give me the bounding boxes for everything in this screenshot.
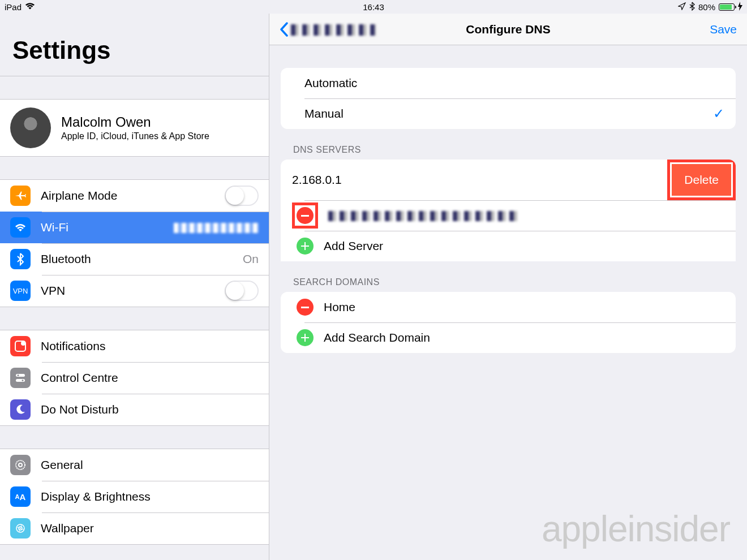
airplane-icon: [10, 186, 31, 206]
detail-pane: Configure DNS Save Automatic Manual ✓ DN…: [269, 14, 747, 560]
dns-row-2[interactable]: [281, 200, 736, 231]
battery-icon: [719, 3, 735, 11]
page-title: Configure DNS: [466, 23, 550, 36]
delete-button[interactable]: Delete: [672, 164, 731, 196]
avatar: [10, 107, 51, 148]
watermark: appleinsider: [542, 508, 730, 550]
add-search-domain-row[interactable]: Add Search Domain: [281, 322, 736, 353]
svg-rect-2: [16, 374, 25, 377]
gear-icon: [10, 455, 31, 475]
airplane-toggle[interactable]: [225, 186, 259, 206]
profile-name: Malcolm Owen: [61, 114, 209, 130]
automatic-label: Automatic: [304, 76, 357, 90]
add-server-row[interactable]: Add Server: [281, 231, 736, 261]
search-domain-row-1[interactable]: Home: [281, 292, 736, 322]
sidebar-item-wallpaper[interactable]: Wallpaper: [0, 512, 269, 544]
wifi-value: [174, 221, 259, 234]
control-centre-label: Control Centre: [41, 371, 118, 385]
check-icon: ✓: [713, 106, 724, 122]
control-centre-icon: [10, 368, 31, 388]
clock: 16:43: [363, 2, 384, 12]
status-bar: iPad 16:43 80%: [0, 0, 747, 14]
wallpaper-icon: [10, 518, 31, 539]
mode-automatic[interactable]: Automatic: [281, 68, 736, 98]
notifications-label: Notifications: [41, 339, 105, 353]
svg-point-1: [21, 341, 25, 346]
battery-percent: 80%: [698, 2, 715, 12]
add-search-domain-label: Add Search Domain: [324, 331, 430, 344]
moon-icon: [10, 399, 31, 420]
device-label: iPad: [5, 2, 22, 12]
delete-highlight: Delete: [667, 160, 736, 200]
profile-sub: Apple ID, iCloud, iTunes & App Store: [61, 131, 209, 141]
svg-point-7: [19, 463, 22, 467]
sidebar-item-notifications[interactable]: Notifications: [0, 330, 269, 362]
sidebar-item-vpn[interactable]: VPN VPN: [0, 275, 269, 307]
plus-icon: [297, 238, 314, 255]
profile-row[interactable]: Malcolm Owen Apple ID, iCloud, iTunes & …: [0, 100, 269, 156]
dns-ip-1: 2.168.0.1: [292, 173, 342, 187]
bluetooth-icon: [10, 249, 31, 269]
airplane-label: Airplane Mode: [41, 189, 117, 203]
dnd-label: Do Not Disturb: [41, 403, 119, 416]
back-label: [291, 23, 376, 36]
wifi-label: Wi-Fi: [41, 221, 68, 234]
vpn-label: VPN: [41, 284, 65, 298]
minus-icon[interactable]: [297, 207, 314, 224]
notifications-icon: [10, 336, 31, 356]
search-domain-1-label: Home: [324, 300, 355, 314]
wifi-icon: [25, 2, 35, 12]
navbar: Configure DNS Save: [269, 14, 747, 45]
bluetooth-icon: [689, 2, 695, 12]
dns-servers-header: DNS SERVERS: [269, 129, 747, 160]
wifi-icon: [10, 217, 31, 238]
charging-icon: [738, 2, 742, 12]
svg-point-3: [18, 374, 19, 376]
vpn-toggle[interactable]: [225, 281, 259, 301]
chevron-left-icon: [280, 22, 289, 37]
profile-group: Malcolm Owen Apple ID, iCloud, iTunes & …: [0, 99, 269, 157]
dns-ip-2: [328, 209, 521, 222]
wallpaper-label: Wallpaper: [41, 522, 94, 535]
svg-point-5: [22, 380, 24, 381]
display-label: Display & Brightness: [41, 490, 151, 503]
settings-title: Settings: [0, 14, 269, 76]
manual-label: Manual: [304, 107, 344, 120]
display-icon: AA: [10, 486, 31, 507]
plus-icon: [297, 329, 314, 346]
sidebar-item-dnd[interactable]: Do Not Disturb: [0, 394, 269, 425]
search-domains-header: SEARCH DOMAINS: [269, 261, 747, 292]
add-server-label: Add Server: [324, 239, 383, 253]
sidebar-item-airplane[interactable]: Airplane Mode: [0, 180, 269, 212]
save-button[interactable]: Save: [710, 23, 737, 36]
minus-highlight: [292, 203, 318, 229]
sidebar-item-display[interactable]: AA Display & Brightness: [0, 481, 269, 512]
dns-row-1[interactable]: 2.168.0.1 Delete: [281, 160, 736, 200]
back-button[interactable]: [280, 22, 376, 37]
general-label: General: [41, 458, 83, 472]
location-icon: [678, 2, 686, 12]
svg-rect-4: [16, 379, 25, 382]
svg-point-6: [16, 460, 25, 469]
minus-icon[interactable]: [297, 299, 314, 316]
sidebar-item-general[interactable]: General: [0, 449, 269, 481]
sidebar-item-wifi[interactable]: Wi-Fi: [0, 212, 269, 243]
mode-manual[interactable]: Manual ✓: [281, 98, 736, 129]
bluetooth-value: On: [243, 252, 259, 266]
bluetooth-label: Bluetooth: [41, 252, 91, 266]
vpn-icon: VPN: [10, 281, 31, 301]
sidebar-item-bluetooth[interactable]: Bluetooth On: [0, 243, 269, 275]
sidebar-item-control-centre[interactable]: Control Centre: [0, 362, 269, 394]
settings-sidebar: Settings Malcolm Owen Apple ID, iCloud, …: [0, 14, 269, 560]
